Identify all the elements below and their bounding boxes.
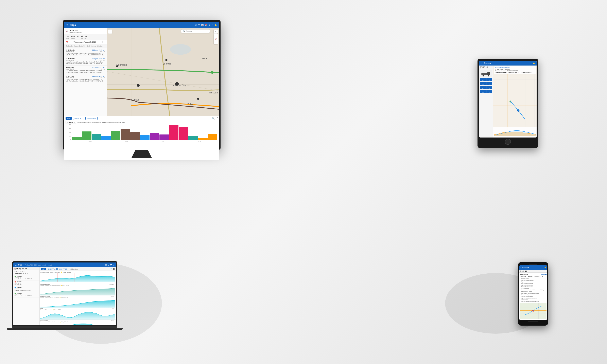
feature-1-text: Vehicle's speed xyxy=(521,278,529,279)
laptop-trip-3[interactable]: TOLIMA 10:57:56 pm 45: OZELLO xyxy=(13,281,40,286)
firmware-label: Firmware: 12.16 xyxy=(534,276,543,277)
download-icon[interactable]: ⬇ xyxy=(208,24,210,26)
feature-12: • Engine's coolant level xyxy=(520,296,546,297)
lt3-address: 45: OZELLO xyxy=(14,284,38,285)
tablet-speed: Track speed: 85 Mph xyxy=(495,72,506,73)
laptop-trip-1[interactable]: 8:55 pm - 10:00 pm Truck point: 4 h 58 m… xyxy=(13,270,40,275)
laptop-search-icon[interactable]: 🔍 xyxy=(110,268,113,270)
laptop-expand-icon[interactable]: ⛶ xyxy=(113,268,115,270)
laptop-grid-icon[interactable]: ⊞ xyxy=(105,264,107,266)
bell-icon[interactable]: 🔔 xyxy=(214,24,217,26)
trip-row-3: TOLIMA xyxy=(14,281,38,283)
speed-svg xyxy=(40,323,115,325)
laptop-body: 🚛 Pickup TSS-366 8:55 pm - 10:00 pm Truc… xyxy=(13,267,116,325)
laptop-menu-icon[interactable]: ☰ xyxy=(15,264,17,266)
tablet-coords: (28.446 - -81.4573) xyxy=(521,72,531,73)
list-icon[interactable]: ☰ xyxy=(198,24,200,26)
charts-toolbar: NEW SHOW ALL KEEP FIRST 🔍 ⛶ xyxy=(66,117,218,120)
phone-speaker xyxy=(529,264,537,264)
phone-back-icon[interactable]: ← xyxy=(520,267,522,268)
laptop-bottom xyxy=(7,328,123,330)
trip-item-header[interactable]: TA Candler, Candler Circle, US - North C… xyxy=(64,44,107,48)
bar-13 xyxy=(188,136,198,140)
trips-value: 38 xyxy=(66,35,69,38)
x-label-4: 21:49 xyxy=(198,141,201,142)
trip-item-4[interactable]: 4 2.4 mile 2:20 pm - 2:34 pm max: 46 mph… xyxy=(64,74,107,83)
tablet-location: 🏠 Near Winnie A Outdoors: xyxy=(495,69,535,70)
phone: ← Console 🔔 Truck 490 ECU Monitor QUERY xyxy=(518,262,548,325)
laptop-title: Trips xyxy=(18,264,22,266)
chart-fullscreen-icon[interactable]: ⛶ xyxy=(216,117,218,119)
laptop-chart-toolbar: NEW SHOW ALL KEEP FIRST 2435 meters 🔍 ⛶ xyxy=(40,267,116,271)
phone-home-bar[interactable] xyxy=(528,322,538,322)
oil-label: Engine Oil Temp xyxy=(40,296,50,297)
feature-5: • Engine percent torque xyxy=(520,284,546,286)
laptop-map-icon[interactable]: 🗺 xyxy=(110,264,112,266)
tablet-back-icon[interactable]: ← xyxy=(481,62,483,64)
distance-chart-container: Distance ▾ Showing trips distance [BKMI-… xyxy=(66,121,218,142)
query-button[interactable]: QUERY xyxy=(541,273,546,275)
laptop-trip-2[interactable]: TOLIMA 12:17:26 pm Granada - Guatemala: … xyxy=(13,275,40,281)
feature-4: • Total traveled distance xyxy=(520,283,546,284)
fuel-svg xyxy=(40,286,115,296)
calendar-icon[interactable]: 📅 xyxy=(205,24,207,26)
phone-truck-row: Truck 490 xyxy=(519,270,547,273)
avg-label: Mph xyxy=(85,38,87,39)
laptop-tab-counts[interactable]: counts xyxy=(48,264,53,266)
show-all-chart-button[interactable]: SHOW ALL xyxy=(73,117,84,120)
map-expand-button[interactable]: ⛶ xyxy=(108,29,112,34)
menu-icon[interactable]: ☰ xyxy=(66,24,68,26)
stat-ignition: 2557 Ignition xyxy=(71,35,75,39)
trip-row-4: TOLIMA xyxy=(14,287,38,288)
grid-icon[interactable]: ⊞ xyxy=(195,24,197,26)
tablet-notification[interactable]: 🔔 xyxy=(533,62,535,64)
feature-7-text: Fan drive state xyxy=(521,288,529,289)
tablet-home-button[interactable] xyxy=(505,139,511,145)
phone-body: Truck 490 ECU Monitor QUERY Engine: ON P… xyxy=(519,270,547,320)
map-chart-toggle[interactable]: 📈 xyxy=(214,34,218,44)
tablet-track-pt: Track point: 80 pt - A xyxy=(508,72,519,73)
idle-label: Idle xyxy=(80,38,83,39)
chart-search-icon[interactable]: 🔍 xyxy=(212,117,214,119)
trip-row-2: TOLIMA xyxy=(14,276,38,277)
truck-more-icon[interactable]: ⋮ xyxy=(103,30,105,32)
trip-item-3[interactable]: 153.1 mile 2:55 pm - 5:51 pm max: 75 mph… xyxy=(64,65,107,74)
speed-showing: Showing speed (ECU) (mph) of events for … xyxy=(40,321,115,323)
svg-point-57 xyxy=(488,75,489,77)
distance-showing: Showing trips distance [BKMI-BMI] for Tr… xyxy=(77,121,218,123)
tablet-title: Tracking xyxy=(484,62,491,64)
map-search-bar[interactable]: 🔍 Search xyxy=(181,29,210,33)
laptop-list-icon[interactable]: ☰ xyxy=(108,264,109,266)
phone-feature-list: • Vehicle's speed • Engine's rotation sp… xyxy=(520,278,546,302)
laptop-keep-btn[interactable]: KEEP FIRST xyxy=(57,268,68,270)
sidebar-truck-icon: 🚛 xyxy=(14,268,16,269)
speed-mini-svg xyxy=(494,128,536,136)
laptop-trip-5[interactable]: TOLIMA 10:11:11 pm Via Report Guatemala:… xyxy=(13,292,40,298)
trip-item-2[interactable]: 3 24.1 mile 1:24 pm - 2:00 pm max: 66 mp… xyxy=(64,57,107,65)
lt5-city: TOLIMA xyxy=(17,293,22,294)
chart-icon[interactable]: 📊 xyxy=(201,24,204,26)
svg-point-13 xyxy=(165,59,167,61)
date-more-icon[interactable]: ⋮ xyxy=(103,41,105,43)
x-label-3: 9:27 xyxy=(162,141,164,142)
trip-item-1[interactable]: 2 24.0 mile 3:29 pm - 4:15 pm max: 68 mp… xyxy=(64,48,107,57)
phone-notification-icon[interactable]: 🔔 xyxy=(544,267,546,268)
laptop-more-icon[interactable]: ⋮ xyxy=(113,264,115,266)
map-fullscreen-button[interactable]: ⊞ xyxy=(214,29,218,34)
phone-screen: ← Console 🔔 Truck 490 ECU Monitor QUERY xyxy=(519,265,547,320)
keep-first-chart-button[interactable]: KEEP FIRST xyxy=(85,117,98,120)
laptop-tab-events[interactable]: trip's events xyxy=(38,264,46,266)
laptop-trip-4[interactable]: TOLIMA 10:33:22 pm Granada - Guatemala: … xyxy=(13,286,40,292)
new-chart-button[interactable]: NEW xyxy=(66,117,72,120)
svg-text:Missouri: Missouri xyxy=(209,91,218,94)
laptop-new-btn[interactable]: NEW xyxy=(41,268,46,270)
laptop-main: NEW SHOW ALL KEEP FIRST 2435 meters 🔍 ⛶ xyxy=(40,267,116,325)
distance-dropdown[interactable]: Distance ▾ xyxy=(66,121,76,124)
more-icon[interactable]: ⋮ xyxy=(211,24,213,26)
trip-to-2: New Warehouse(4th yard), Candler Circle,… xyxy=(66,63,105,64)
trip-dist-2: 24.1 mile xyxy=(68,58,75,60)
truck-header: 🚛 Truck 832 [287666051380885] ⋮ xyxy=(64,28,107,34)
laptop-show-all-btn[interactable]: SHOW ALL xyxy=(47,268,57,270)
tablet-area: Presscara Boulevard, OSCEOLA COUNTY xyxy=(495,70,535,71)
dropdown-arrow: ▾ xyxy=(74,121,75,123)
